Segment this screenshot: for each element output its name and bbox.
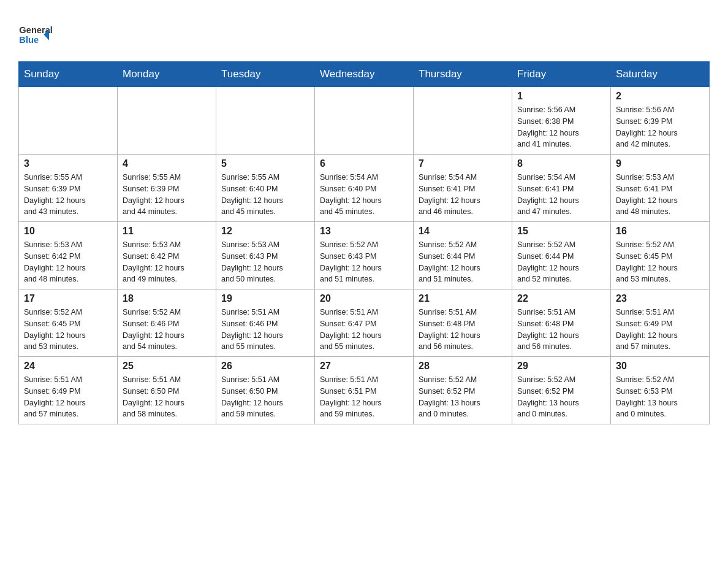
day-number: 8: [517, 158, 605, 169]
calendar-cell: 7Sunrise: 5:54 AM Sunset: 6:41 PM Daylig…: [414, 155, 512, 222]
day-number: 20: [320, 293, 408, 304]
calendar-cell: 17Sunrise: 5:52 AM Sunset: 6:45 PM Dayli…: [19, 289, 118, 357]
calendar-cell: 4Sunrise: 5:55 AM Sunset: 6:39 PM Daylig…: [118, 155, 216, 222]
day-header-saturday: Saturday: [611, 62, 710, 87]
calendar-cell: 19Sunrise: 5:51 AM Sunset: 6:46 PM Dayli…: [216, 289, 315, 357]
day-info: Sunrise: 5:55 AM Sunset: 6:40 PM Dayligh…: [221, 172, 309, 218]
calendar-cell: [315, 87, 414, 155]
day-info: Sunrise: 5:51 AM Sunset: 6:47 PM Dayligh…: [320, 307, 408, 353]
day-header-sunday: Sunday: [19, 62, 118, 87]
day-info: Sunrise: 5:54 AM Sunset: 6:41 PM Dayligh…: [419, 172, 507, 218]
calendar-cell: 3Sunrise: 5:55 AM Sunset: 6:39 PM Daylig…: [19, 155, 118, 222]
calendar-cell: [118, 87, 216, 155]
day-number: 19: [221, 293, 309, 304]
svg-text:Blue: Blue: [19, 35, 39, 45]
calendar-cell: 24Sunrise: 5:51 AM Sunset: 6:49 PM Dayli…: [19, 357, 118, 424]
day-info: Sunrise: 5:56 AM Sunset: 6:39 PM Dayligh…: [616, 104, 704, 150]
day-info: Sunrise: 5:52 AM Sunset: 6:44 PM Dayligh…: [517, 239, 605, 285]
calendar-cell: 5Sunrise: 5:55 AM Sunset: 6:40 PM Daylig…: [216, 155, 315, 222]
day-info: Sunrise: 5:51 AM Sunset: 6:50 PM Dayligh…: [221, 374, 309, 420]
day-number: 18: [123, 293, 211, 304]
calendar-cell: 2Sunrise: 5:56 AM Sunset: 6:39 PM Daylig…: [611, 87, 710, 155]
day-number: 1: [517, 91, 605, 102]
day-info: Sunrise: 5:51 AM Sunset: 6:49 PM Dayligh…: [616, 307, 704, 353]
calendar-cell: 16Sunrise: 5:52 AM Sunset: 6:45 PM Dayli…: [611, 222, 710, 289]
day-info: Sunrise: 5:53 AM Sunset: 6:43 PM Dayligh…: [221, 239, 309, 285]
day-info: Sunrise: 5:51 AM Sunset: 6:49 PM Dayligh…: [24, 374, 112, 420]
day-number: 2: [616, 91, 704, 102]
calendar-cell: 28Sunrise: 5:52 AM Sunset: 6:52 PM Dayli…: [414, 357, 512, 424]
day-header-thursday: Thursday: [414, 62, 512, 87]
day-info: Sunrise: 5:54 AM Sunset: 6:41 PM Dayligh…: [517, 172, 605, 218]
day-info: Sunrise: 5:51 AM Sunset: 6:48 PM Dayligh…: [419, 307, 507, 353]
day-info: Sunrise: 5:52 AM Sunset: 6:45 PM Dayligh…: [24, 307, 112, 353]
day-info: Sunrise: 5:52 AM Sunset: 6:45 PM Dayligh…: [616, 239, 704, 285]
logo-icon: General Blue: [18, 18, 55, 49]
day-info: Sunrise: 5:56 AM Sunset: 6:38 PM Dayligh…: [517, 104, 605, 150]
day-number: 28: [419, 361, 507, 372]
calendar-cell: 27Sunrise: 5:51 AM Sunset: 6:51 PM Dayli…: [315, 357, 414, 424]
calendar-cell: 25Sunrise: 5:51 AM Sunset: 6:50 PM Dayli…: [118, 357, 216, 424]
day-number: 9: [616, 158, 704, 169]
day-number: 15: [517, 226, 605, 237]
day-header-wednesday: Wednesday: [315, 62, 414, 87]
day-info: Sunrise: 5:52 AM Sunset: 6:43 PM Dayligh…: [320, 239, 408, 285]
calendar-cell: 6Sunrise: 5:54 AM Sunset: 6:40 PM Daylig…: [315, 155, 414, 222]
calendar-cell: 12Sunrise: 5:53 AM Sunset: 6:43 PM Dayli…: [216, 222, 315, 289]
day-info: Sunrise: 5:51 AM Sunset: 6:48 PM Dayligh…: [517, 307, 605, 353]
day-info: Sunrise: 5:52 AM Sunset: 6:52 PM Dayligh…: [517, 374, 605, 420]
day-info: Sunrise: 5:53 AM Sunset: 6:42 PM Dayligh…: [123, 239, 211, 285]
calendar-cell: 13Sunrise: 5:52 AM Sunset: 6:43 PM Dayli…: [315, 222, 414, 289]
calendar-cell: 21Sunrise: 5:51 AM Sunset: 6:48 PM Dayli…: [414, 289, 512, 357]
calendar-week-5: 24Sunrise: 5:51 AM Sunset: 6:49 PM Dayli…: [19, 357, 710, 424]
day-info: Sunrise: 5:54 AM Sunset: 6:40 PM Dayligh…: [320, 172, 408, 218]
day-header-tuesday: Tuesday: [216, 62, 315, 87]
day-number: 23: [616, 293, 704, 304]
calendar-cell: 8Sunrise: 5:54 AM Sunset: 6:41 PM Daylig…: [512, 155, 611, 222]
calendar-week-2: 3Sunrise: 5:55 AM Sunset: 6:39 PM Daylig…: [19, 155, 710, 222]
day-number: 12: [221, 226, 309, 237]
day-info: Sunrise: 5:52 AM Sunset: 6:52 PM Dayligh…: [419, 374, 507, 420]
day-info: Sunrise: 5:52 AM Sunset: 6:46 PM Dayligh…: [123, 307, 211, 353]
day-info: Sunrise: 5:53 AM Sunset: 6:41 PM Dayligh…: [616, 172, 704, 218]
day-number: 17: [24, 293, 112, 304]
day-number: 22: [517, 293, 605, 304]
calendar-cell: 20Sunrise: 5:51 AM Sunset: 6:47 PM Dayli…: [315, 289, 414, 357]
calendar-cell: [216, 87, 315, 155]
day-number: 3: [24, 158, 112, 169]
page-header: General Blue: [18, 18, 710, 49]
day-number: 5: [221, 158, 309, 169]
calendar-week-1: 1Sunrise: 5:56 AM Sunset: 6:38 PM Daylig…: [19, 87, 710, 155]
calendar-week-4: 17Sunrise: 5:52 AM Sunset: 6:45 PM Dayli…: [19, 289, 710, 357]
calendar-cell: 9Sunrise: 5:53 AM Sunset: 6:41 PM Daylig…: [611, 155, 710, 222]
calendar-cell: 11Sunrise: 5:53 AM Sunset: 6:42 PM Dayli…: [118, 222, 216, 289]
day-number: 11: [123, 226, 211, 237]
calendar-cell: 26Sunrise: 5:51 AM Sunset: 6:50 PM Dayli…: [216, 357, 315, 424]
calendar-table: SundayMondayTuesdayWednesdayThursdayFrid…: [18, 61, 710, 424]
day-number: 30: [616, 361, 704, 372]
day-number: 27: [320, 361, 408, 372]
day-number: 24: [24, 361, 112, 372]
calendar-cell: 18Sunrise: 5:52 AM Sunset: 6:46 PM Dayli…: [118, 289, 216, 357]
day-number: 16: [616, 226, 704, 237]
day-number: 13: [320, 226, 408, 237]
day-info: Sunrise: 5:51 AM Sunset: 6:46 PM Dayligh…: [221, 307, 309, 353]
day-number: 4: [123, 158, 211, 169]
calendar-cell: 14Sunrise: 5:52 AM Sunset: 6:44 PM Dayli…: [414, 222, 512, 289]
calendar-cell: 23Sunrise: 5:51 AM Sunset: 6:49 PM Dayli…: [611, 289, 710, 357]
calendar-cell: 15Sunrise: 5:52 AM Sunset: 6:44 PM Dayli…: [512, 222, 611, 289]
day-number: 21: [419, 293, 507, 304]
calendar-cell: [414, 87, 512, 155]
day-number: 7: [419, 158, 507, 169]
day-info: Sunrise: 5:51 AM Sunset: 6:51 PM Dayligh…: [320, 374, 408, 420]
day-number: 6: [320, 158, 408, 169]
calendar-header-row: SundayMondayTuesdayWednesdayThursdayFrid…: [19, 62, 710, 87]
day-info: Sunrise: 5:53 AM Sunset: 6:42 PM Dayligh…: [24, 239, 112, 285]
calendar-week-3: 10Sunrise: 5:53 AM Sunset: 6:42 PM Dayli…: [19, 222, 710, 289]
day-number: 14: [419, 226, 507, 237]
day-number: 25: [123, 361, 211, 372]
calendar-cell: 30Sunrise: 5:52 AM Sunset: 6:53 PM Dayli…: [611, 357, 710, 424]
calendar-cell: 29Sunrise: 5:52 AM Sunset: 6:52 PM Dayli…: [512, 357, 611, 424]
day-number: 26: [221, 361, 309, 372]
calendar-cell: 1Sunrise: 5:56 AM Sunset: 6:38 PM Daylig…: [512, 87, 611, 155]
